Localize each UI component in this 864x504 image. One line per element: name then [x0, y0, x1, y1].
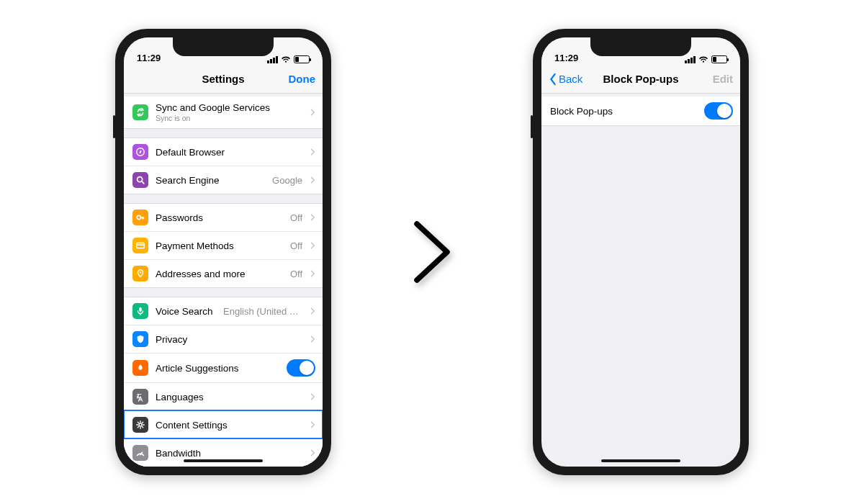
pin-icon: [132, 266, 148, 282]
row-default-browser[interactable]: Default Browser: [124, 138, 323, 166]
row-label: Payment Methods: [156, 240, 283, 251]
screen: 11:29 Settings Done Sync and Google Serv…: [124, 37, 323, 467]
row-block-popups[interactable]: Block Pop-ups: [541, 96, 740, 125]
card-icon: [132, 238, 148, 253]
chevron-right-icon: [310, 148, 315, 156]
phone-popups: 11:29 Back Block Pop-ups Edit Block Pop-…: [533, 29, 749, 475]
battery-icon: [294, 55, 310, 63]
status-icons: [267, 55, 310, 63]
compass-icon: [132, 144, 148, 160]
row-value: Google: [272, 175, 302, 186]
settings-list[interactable]: Sync and Google ServicesSync is onDefaul…: [124, 94, 323, 467]
nav-bar: Settings Done: [124, 65, 323, 94]
row-passwords[interactable]: PasswordsOff: [124, 204, 323, 231]
row-privacy[interactable]: Privacy: [124, 325, 323, 353]
chevron-right-icon: [310, 449, 315, 457]
back-label: Back: [559, 73, 582, 85]
row-label: Bandwidth: [156, 448, 302, 459]
wifi-icon: [281, 56, 291, 63]
row-bandwidth[interactable]: Bandwidth: [124, 438, 323, 467]
chevron-right-icon: [310, 241, 315, 250]
chevron-right-icon: [310, 420, 315, 429]
wifi-icon: [698, 56, 708, 63]
chevron-right-icon: [310, 213, 315, 222]
nav-bar: Back Block Pop-ups Edit: [541, 65, 740, 94]
flame-icon: [132, 360, 148, 376]
chevron-right-icon: [310, 108, 315, 117]
row-label: Block Pop-ups: [550, 106, 697, 117]
row-languages[interactable]: Languages: [124, 382, 323, 410]
row-article-suggestions[interactable]: Article Suggestions: [124, 353, 323, 382]
row-addresses-and-more[interactable]: Addresses and moreOff: [124, 259, 323, 287]
block-popups-toggle[interactable]: [704, 102, 733, 120]
done-button[interactable]: Done: [245, 73, 315, 85]
lang-icon: [132, 389, 148, 405]
chevron-right-icon: [310, 269, 315, 278]
status-icons: [685, 55, 727, 63]
row-value: Off: [290, 212, 302, 223]
row-label: Addresses and more: [156, 269, 283, 279]
row-label: Search Engine: [156, 175, 265, 186]
status-time: 11:29: [554, 53, 578, 63]
gear-icon: [132, 417, 148, 433]
home-indicator: [184, 459, 263, 462]
nav-title: Settings: [202, 73, 244, 85]
notch: [173, 37, 274, 56]
transition-arrow-icon: [410, 220, 454, 284]
chevron-right-icon: [310, 176, 315, 184]
row-value: Off: [290, 269, 302, 279]
row-payment-methods[interactable]: Payment MethodsOff: [124, 231, 323, 259]
battery-icon: [711, 55, 727, 63]
row-sync-and-google-services[interactable]: Sync and Google ServicesSync is on: [124, 96, 323, 128]
popups-content: Block Pop-ups: [541, 94, 740, 467]
status-time: 11:29: [137, 53, 161, 63]
svg-rect-4: [137, 244, 145, 246]
cellular-icon: [685, 56, 696, 63]
row-content-settings[interactable]: Content Settings: [124, 410, 323, 438]
svg-point-7: [139, 423, 142, 426]
row-label: Privacy: [156, 334, 302, 345]
row-label: Languages: [156, 392, 302, 402]
notch: [590, 37, 691, 56]
edit-button[interactable]: Edit: [679, 73, 734, 85]
search-icon: [132, 172, 148, 188]
screen: 11:29 Back Block Pop-ups Edit Block Pop-…: [541, 37, 740, 467]
row-label: Article Suggestions: [156, 363, 279, 374]
row-value: English (United Sta…: [223, 306, 302, 317]
chevron-right-icon: [310, 307, 315, 315]
shield-icon: [132, 331, 148, 347]
back-button[interactable]: Back: [549, 73, 603, 86]
svg-rect-6: [139, 307, 142, 312]
row-sublabel: Sync is on: [156, 114, 302, 122]
chevron-left-icon: [549, 73, 557, 86]
nav-title: Block Pop-ups: [603, 73, 678, 85]
chevron-right-icon: [310, 392, 315, 401]
chevron-right-icon: [310, 335, 315, 343]
row-label: Voice Search: [156, 306, 216, 317]
sync-icon: [132, 104, 148, 120]
row-search-engine[interactable]: Search EngineGoogle: [124, 166, 323, 194]
row-voice-search[interactable]: Voice SearchEnglish (United Sta…: [124, 297, 323, 325]
svg-point-5: [140, 271, 141, 273]
row-label: Default Browser: [156, 147, 302, 158]
row-label: Content Settings: [156, 420, 302, 431]
gauge-icon: [132, 445, 148, 461]
phone-settings: 11:29 Settings Done Sync and Google Serv…: [115, 29, 331, 475]
row-label: Passwords: [156, 212, 283, 223]
cellular-icon: [267, 56, 278, 63]
home-indicator: [601, 459, 680, 462]
mic-icon: [132, 303, 148, 319]
row-label: Sync and Google Services: [156, 102, 302, 113]
key-icon: [132, 210, 148, 225]
row-value: Off: [290, 240, 302, 251]
article-suggestions-toggle[interactable]: [287, 359, 315, 377]
